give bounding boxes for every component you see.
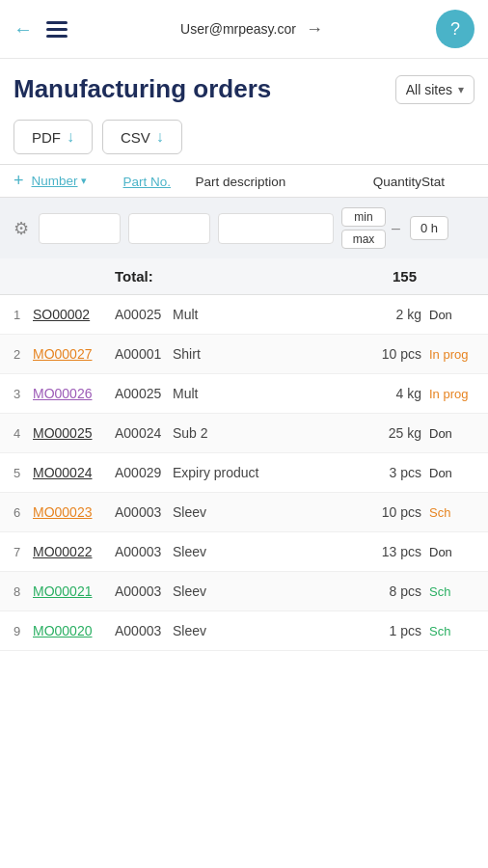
site-selector-label: All sites (406, 82, 452, 97)
row-number: 5 (14, 466, 33, 480)
row-part-number: A00024 (115, 425, 173, 441)
help-button[interactable]: ? (436, 10, 474, 48)
row-part-number: A00025 (115, 386, 173, 401)
row-quantity: 3 pcs (368, 465, 421, 480)
row-number: 7 (14, 545, 33, 559)
row-quantity: 10 pcs (368, 346, 421, 362)
page-header: Manufacturing orders All sites ▾ (0, 59, 488, 114)
row-quantity: 10 pcs (368, 504, 421, 520)
menu-button[interactable] (46, 21, 68, 38)
desc-col-label: Part description (196, 175, 286, 189)
total-value: 155 (393, 268, 417, 285)
pdf-export-button[interactable]: PDF ↓ (14, 120, 93, 154)
table-row: 4 MO00025 A00024 Sub 2 25 kg Don (0, 414, 488, 453)
row-status: Don (421, 426, 474, 441)
username: User@mrpeasy.cor (180, 21, 296, 37)
table-row: 7 MO00022 A00003 Sleev 13 pcs Don (0, 532, 488, 572)
range-dash: – (392, 220, 400, 237)
total-row: Total: 155 (0, 258, 488, 295)
row-quantity: 25 kg (368, 425, 421, 441)
row-quantity: 4 kg (368, 386, 421, 401)
table-row: 3 MO00026 A00025 Mult 4 kg In prog (0, 374, 488, 414)
col-number-header[interactable]: Number ▾ (32, 174, 123, 188)
pdf-download-icon: ↓ (67, 128, 74, 146)
filter-desc-input[interactable] (218, 213, 334, 244)
row-status: In prog (421, 347, 474, 362)
table-row: 5 MO00024 A00029 Expiry product 3 pcs Do… (0, 453, 488, 493)
row-number: 8 (14, 584, 33, 599)
site-selector[interactable]: All sites ▾ (395, 75, 474, 104)
row-description: Sleev (173, 504, 368, 520)
col-status-header[interactable]: Stat (421, 173, 474, 189)
row-part-number: A00003 (115, 623, 173, 638)
filter-status-button[interactable]: 0 h (410, 216, 448, 240)
qty-col-label: Quantity (373, 175, 421, 189)
row-order-number[interactable]: MO00023 (33, 504, 115, 520)
row-status: In prog (421, 387, 474, 401)
row-order-number[interactable]: MO00020 (33, 623, 115, 638)
col-desc-header[interactable]: Part description (196, 173, 349, 189)
row-status: Don (421, 466, 474, 480)
row-status: Don (421, 308, 474, 322)
add-row-button[interactable]: + (14, 171, 24, 191)
user-area: User@mrpeasy.cor → (180, 19, 323, 40)
table-row: 6 MO00023 A00003 Sleev 10 pcs Sch (0, 493, 488, 532)
csv-download-icon: ↓ (156, 128, 164, 146)
data-rows-container: 1 SO00002 A00025 Mult 2 kg Don 2 MO00027… (0, 295, 488, 651)
row-status: Don (421, 545, 474, 559)
logout-button[interactable]: → (306, 19, 323, 40)
row-order-number[interactable]: MO00026 (33, 386, 115, 401)
row-part-number: A00029 (115, 465, 173, 480)
row-description: Expiry product (173, 465, 368, 480)
row-order-number[interactable]: MO00027 (33, 346, 115, 362)
export-bar: PDF ↓ CSV ↓ (0, 114, 488, 164)
row-description: Sleev (173, 544, 368, 559)
top-bar-left: ← (14, 18, 68, 41)
col-partno-header[interactable]: Part No. (123, 173, 196, 189)
total-label: Total: (115, 268, 153, 285)
row-part-number: A00001 (115, 346, 173, 362)
row-quantity: 2 kg (368, 307, 421, 322)
filter-number-input[interactable] (39, 213, 121, 244)
back-button[interactable]: ← (14, 18, 33, 41)
table-row: 9 MO00020 A00003 Sleev 1 pcs Sch (0, 611, 488, 651)
row-status: Sch (421, 584, 474, 599)
filter-partno-input[interactable] (128, 213, 210, 244)
row-part-number: A00025 (115, 307, 173, 322)
row-description: Shirt (173, 346, 368, 362)
status-col-label: Stat (421, 175, 445, 189)
csv-label: CSV (121, 129, 150, 146)
row-status: Sch (421, 624, 474, 638)
row-order-number[interactable]: SO00002 (33, 307, 115, 322)
row-order-number[interactable]: MO00022 (33, 544, 115, 559)
row-order-number[interactable]: MO00024 (33, 465, 115, 480)
row-part-number: A00003 (115, 504, 173, 520)
row-number: 1 (14, 308, 33, 322)
row-description: Sleev (173, 583, 368, 599)
table-row: 8 MO00021 A00003 Sleev 8 pcs Sch (0, 572, 488, 611)
row-number: 2 (14, 347, 33, 362)
help-icon: ? (450, 19, 460, 40)
filter-qty-range: min max – (341, 207, 402, 249)
row-part-number: A00003 (115, 583, 173, 599)
row-status: Sch (421, 505, 474, 520)
row-description: Mult (173, 386, 368, 401)
range-min-button[interactable]: min (341, 207, 386, 227)
filter-row: ⚙ min max – 0 h (0, 198, 488, 258)
row-description: Mult (173, 307, 368, 322)
range-box: min max (341, 207, 386, 249)
sort-arrow-icon: ▾ (81, 175, 87, 187)
range-max-button[interactable]: max (341, 230, 386, 249)
partno-col-label: Part No. (123, 175, 172, 189)
row-order-number[interactable]: MO00025 (33, 425, 115, 441)
page-title: Manufacturing orders (14, 74, 271, 104)
number-col-label: Number (32, 174, 78, 188)
row-quantity: 13 pcs (368, 544, 421, 559)
csv-export-button[interactable]: CSV ↓ (102, 120, 182, 154)
row-quantity: 1 pcs (368, 623, 421, 638)
table-header: + Number ▾ Part No. Part description Qua… (0, 164, 488, 198)
row-order-number[interactable]: MO00021 (33, 583, 115, 599)
col-qty-header[interactable]: Quantity (349, 173, 421, 189)
row-number: 3 (14, 387, 33, 401)
filter-gear-icon[interactable]: ⚙ (14, 218, 29, 239)
